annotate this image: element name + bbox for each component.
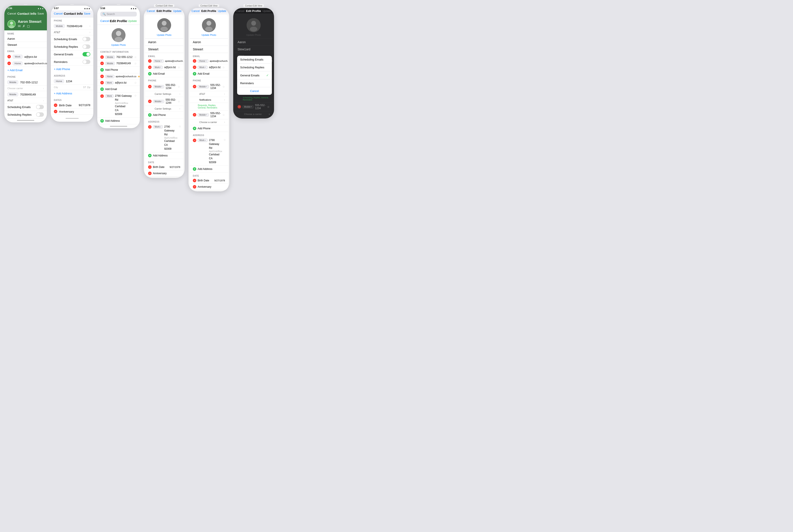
search-bar-3[interactable]: 🔍 Search [100, 12, 137, 17]
add-phone-btn-5[interactable]: + [193, 127, 196, 130]
sched-replies-switch-1[interactable] [36, 112, 44, 117]
update-photo-label-5[interactable]: Update Photo [202, 34, 216, 36]
remove-phone1-3[interactable]: − [100, 55, 104, 59]
remove-email-work-4[interactable]: − [148, 65, 151, 69]
mobile-tag2-4[interactable]: Mobile ▾ [153, 100, 164, 103]
dropdown-general-emails-6[interactable]: General Emails ✓ [237, 71, 272, 79]
remove-email-home-1[interactable]: − [7, 62, 11, 65]
update-btn-3[interactable]: Update [128, 19, 137, 23]
avatar-5[interactable] [202, 18, 216, 32]
mobile-tag1-4[interactable]: Mobile ▾ [153, 85, 164, 88]
phone-icon-1[interactable]: ✗ [22, 24, 25, 28]
add-phone-btn-3[interactable]: + [100, 68, 104, 72]
mobile-tag2-3[interactable]: Mobile [105, 62, 115, 65]
first-name-field-4[interactable]: Aaron [145, 39, 183, 46]
update-btn-5[interactable]: Update [218, 10, 226, 13]
remove-birthdate-2[interactable]: − [54, 103, 57, 107]
general-emails-switch-2[interactable] [82, 52, 90, 56]
remove-birth-5[interactable]: − [193, 179, 196, 182]
work-addr-tag-4[interactable]: Work ▾ [153, 125, 163, 129]
mail-icon-1[interactable]: ✉ [18, 24, 21, 28]
remove-email1-3[interactable]: − [100, 75, 104, 78]
work-tag-1[interactable]: Work [13, 55, 23, 59]
add-phone-btn-4[interactable]: + [148, 113, 151, 117]
home-email-tag-4[interactable]: Home ▾ [153, 59, 164, 63]
star-addr-5[interactable]: ☆ [223, 138, 226, 141]
add-address-link-2[interactable]: + Add Address [51, 90, 93, 97]
remove-phone1-4[interactable]: − [148, 85, 151, 88]
remove-email-home-5[interactable]: − [193, 59, 196, 63]
star-email1-3[interactable]: ★ [138, 75, 140, 78]
cancel-btn-3[interactable]: Cancel [100, 19, 109, 23]
star-phone2-6[interactable]: ☆ [267, 105, 270, 109]
mobile-tag1-3[interactable]: Mobile [105, 56, 115, 59]
last-name-field-4[interactable]: Stewart [145, 46, 183, 53]
remove-addr-4[interactable]: − [148, 125, 151, 129]
mobile-tag2-6[interactable]: Mobile ▾ [242, 105, 254, 109]
cancel-btn-1[interactable]: Cancel [7, 12, 16, 15]
home-tag-3[interactable]: Home [105, 75, 114, 78]
add-email-btn-5[interactable]: + [193, 72, 196, 76]
star-phone1-4[interactable]: ☆ [178, 85, 180, 88]
mobile-tag1-5[interactable]: Mobile ▾ [198, 85, 209, 88]
star-addr-4[interactable]: ☆ [179, 125, 181, 128]
add-addr-btn-4[interactable]: + [148, 154, 151, 157]
dropdown-scheduling-replies-6[interactable]: Scheduling Replies [237, 63, 272, 71]
sched-replies-switch-2[interactable] [82, 44, 90, 49]
remove-addr-3[interactable]: − [100, 94, 104, 98]
home-tag-5[interactable]: Home ▾ [198, 59, 208, 63]
first-name-field-6[interactable]: Aaron [235, 39, 273, 46]
work-addr-tag-3[interactable]: Work [105, 94, 114, 98]
add-phone-link-2[interactable]: + Add Phone [51, 66, 93, 73]
remove-anniv-4[interactable]: − [148, 172, 151, 175]
remove-phone2-3[interactable]: − [100, 62, 104, 65]
reminders-switch-2[interactable] [82, 60, 90, 64]
message-icon-1[interactable]: ◻ [27, 24, 30, 28]
update-photo-label-6[interactable]: Update Photo [246, 34, 261, 36]
work-email-tag-4[interactable]: Work ▾ [153, 66, 163, 69]
dropdown-reminders-6[interactable]: Reminders [237, 79, 272, 87]
remove-email2-3[interactable]: − [100, 81, 104, 84]
update-btn-6[interactable]: Update [262, 10, 271, 13]
add-addr-btn-5[interactable]: + [193, 167, 196, 171]
save-btn-2[interactable]: Save [84, 12, 90, 15]
mobile-tag-2[interactable]: Mobile [54, 24, 65, 28]
work-tag-addr-5[interactable]: Work ▾ [198, 139, 208, 142]
mobile-tag1-1[interactable]: Mobile [7, 80, 18, 84]
cancel-btn-6[interactable]: Cancel [236, 10, 244, 13]
remove-phone2-6[interactable]: − [238, 105, 241, 109]
sched-emails-switch-1[interactable] [36, 105, 44, 109]
last-name-field-5[interactable]: Stewart [190, 46, 228, 53]
star-phone1-5[interactable]: ☆ [222, 85, 225, 88]
remove-anniversary-2[interactable]: − [54, 110, 57, 113]
star-phone2-4[interactable]: ☆ [178, 100, 180, 103]
remove-phone1-5[interactable]: − [193, 85, 196, 88]
remove-phone2-5[interactable]: − [193, 113, 196, 116]
cancel-btn-5[interactable]: Cancel [191, 10, 200, 13]
star-email-work-4[interactable]: ☆ [178, 66, 180, 69]
work-tag-5[interactable]: Work ▾ [198, 66, 208, 69]
remove-email-work-1[interactable]: − [7, 55, 11, 58]
remove-addr-5[interactable]: − [193, 139, 196, 142]
star-email-work-5[interactable]: ☆ [222, 66, 225, 69]
star-phone2-5[interactable]: ☆ [222, 113, 225, 116]
notifications-dropdown-6[interactable]: Scheduling Emails Scheduling Replies Gen… [237, 56, 272, 95]
avatar-3[interactable] [112, 28, 126, 42]
mobile-tag2-5[interactable]: Mobile ▾ [198, 113, 209, 116]
star-email2-3[interactable]: ☆ [134, 81, 137, 84]
avatar-4[interactable] [157, 18, 171, 32]
remove-email-work-5[interactable]: − [193, 65, 196, 69]
add-email-btn-4[interactable]: + [148, 72, 151, 76]
dropdown-scheduling-emails-6[interactable]: Scheduling Emails [237, 56, 272, 63]
mobile-tag2-1[interactable]: Mobile [7, 92, 18, 96]
avatar-6[interactable] [247, 18, 261, 32]
home-tag-1[interactable]: Home [13, 61, 23, 65]
add-email-btn-3[interactable]: + [100, 88, 104, 91]
cancel-btn-4[interactable]: Cancel [147, 10, 155, 13]
add-email-link-1[interactable]: + Add Email [4, 67, 47, 74]
cancel-btn-2[interactable]: Cancel [54, 12, 62, 15]
last-name-field-6[interactable]: Stew1ard [235, 46, 273, 53]
save-btn-1[interactable]: Save [37, 12, 44, 15]
work-tag-3[interactable]: Work [105, 81, 114, 84]
update-btn-4[interactable]: Update [173, 10, 182, 13]
